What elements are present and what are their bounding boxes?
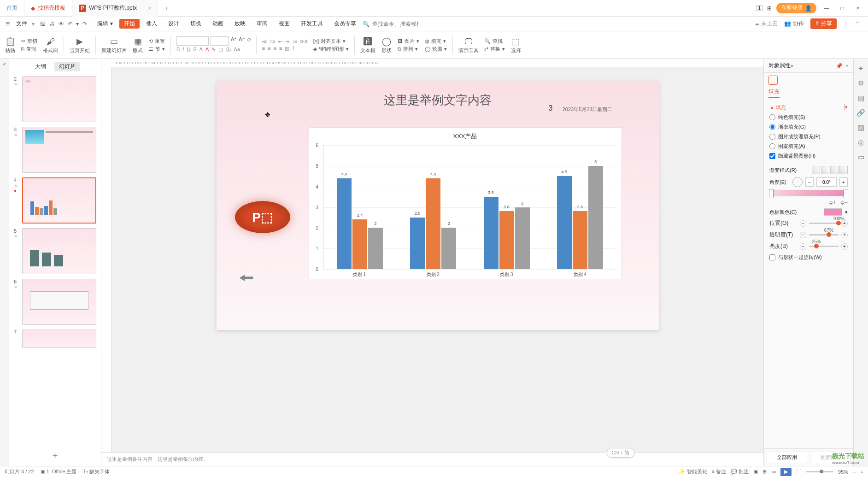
replace-button[interactable]: ⇄替换 ▾ [484,46,505,53]
slide-thumb-6[interactable]: 6★ [14,279,96,325]
rail-location-icon[interactable]: ◎ [858,138,864,147]
fill-tab[interactable]: 填充 [768,88,780,98]
fill-button[interactable]: ◍填充 ▾ [425,38,447,45]
solid-fill-radio[interactable] [769,114,775,120]
section-button[interactable]: ☰节 ▾ [149,46,165,53]
ime-badge[interactable]: CH ♪ 简 [607,448,635,458]
slide-canvas[interactable]: 这里是举例文字内容 3 2023年5月23日星期二 ✥ P⬚ XXX产品 012… [217,81,659,330]
hide-bg-checkbox[interactable] [769,153,775,159]
rotate-with-shape-checkbox[interactable] [769,254,775,260]
line-spacing-icon[interactable]: ↕≡ [292,39,298,45]
apps-icon[interactable]: ⊞ [767,5,772,12]
gradient-editor[interactable] [769,190,848,196]
align-left-icon[interactable]: ≡ [262,46,265,52]
qat-undo-drop[interactable]: ▾ [76,21,79,27]
italic-icon[interactable]: I [182,47,184,53]
change-case-icon[interactable]: Aa [234,47,240,53]
font-size-input[interactable] [211,36,229,46]
status-notes-button[interactable]: ≡ 备注 [712,468,726,475]
grad-style-1[interactable] [812,166,820,174]
pin-icon[interactable]: 📌 [836,63,843,69]
tab-options-icon[interactable]: ◦ [140,5,141,12]
layout-1-icon[interactable]: 1 [756,5,762,11]
tools-button[interactable]: 🖵 演示工具 [458,36,479,54]
textbox-button[interactable]: 🅰 文本框 [360,36,375,54]
cut-button[interactable]: ✂剪切 [21,38,37,45]
tab-close-icon[interactable]: × [148,5,151,12]
add-slide-button[interactable]: + [9,446,101,466]
menu-review[interactable]: 审阅 [252,20,272,28]
menu-member[interactable]: 会员专享 [329,20,361,28]
align-center-icon[interactable]: ≡ [268,46,270,52]
collab-button[interactable]: 👥 协作 [784,20,803,28]
zoom-slider[interactable] [806,471,833,472]
grad-style-3[interactable] [830,166,839,174]
tab-home[interactable]: 首页 [0,0,24,17]
align-right-icon[interactable]: ≡ [274,46,276,52]
smartart-button[interactable]: ◈转智能图形 ▾ [313,46,349,53]
text-effects-icon[interactable]: Ⓐ [226,47,231,53]
tab-document[interactable]: P WPS PPT教程.pptx ◦ × [72,0,158,17]
format-painter-button[interactable]: 🖌 格式刷 [43,36,58,54]
layout-button[interactable]: ▦ 版式 [132,36,143,54]
zoom-dec-icon[interactable]: − [853,469,856,475]
add-stop-icon[interactable]: ⬙+ [829,199,836,206]
slide-list[interactable]: 2★ 目录 3★ 4★● 5★ 6★ 7 [9,74,101,446]
angle-dec[interactable]: − [805,177,814,187]
minimize-button[interactable]: — [821,5,832,12]
reset-button[interactable]: ⟲重置 [149,38,165,45]
login-button[interactable]: 立即登录 👤 [776,3,816,13]
menu-slideshow[interactable]: 放映 [230,20,250,28]
select-button[interactable]: ⬚ 选择 [510,36,522,54]
gradient-stop-2[interactable] [844,189,848,198]
angle-inc[interactable]: + [839,177,848,187]
status-theme[interactable]: ▣ 1_Office 主题 [41,468,77,475]
rail-link-icon[interactable]: 🔗 [856,109,865,117]
status-comments-button[interactable]: 💬 批注 [731,468,749,475]
font-color-icon[interactable]: A [205,47,209,53]
slide-thumb-2[interactable]: 2★ 目录 [14,76,96,122]
from-current-button[interactable]: ▶ 当页开始 [70,36,90,54]
indent-inc-icon[interactable]: ⇥ [285,39,289,45]
close-panel-icon[interactable]: × [845,63,849,69]
columns-icon[interactable]: ▥ [285,46,289,52]
angle-dial[interactable] [792,177,803,187]
shapes-button[interactable]: ◯ 形状 [381,36,392,54]
menu-transition[interactable]: 切换 [186,20,206,28]
brightness-thumb[interactable] [814,244,819,248]
new-slide-button[interactable]: ▭ 新建幻灯片 [101,36,127,54]
underline-icon[interactable]: U [187,47,190,53]
find-button[interactable]: 🔍查找 [484,38,505,45]
menu-design[interactable]: 设计 [164,20,184,28]
menu-expand-icon[interactable]: ⌃ [855,21,860,27]
grad-style-2[interactable] [821,166,829,174]
increase-font-icon[interactable]: A⁺ [231,36,237,46]
fill-preview-swatch[interactable] [844,104,845,110]
rail-book-icon[interactable]: ▭ [858,153,864,161]
share-button[interactable]: ⇪ 分享 [810,18,837,29]
tab-add-button[interactable]: + [158,5,175,12]
position-thumb[interactable] [836,221,841,225]
rail-sparkle-icon[interactable]: ✦ [858,65,864,73]
outline-button[interactable]: ◯轮廓 ▾ [425,46,447,53]
apply-all-button[interactable]: 全部应用 [767,452,807,463]
remove-stop-icon[interactable]: ⬙− [840,199,848,206]
copy-button[interactable]: ⎘复制 [21,46,37,53]
stop-color-swatch[interactable] [824,208,842,216]
qat-preview-icon[interactable]: 👁 [59,21,64,27]
tab-template[interactable]: ◆ 找稻壳模板 [24,0,72,17]
decrease-font-icon[interactable]: A⁻ [239,36,245,46]
view-normal-icon[interactable]: ▣ [753,469,758,475]
vert-top-icon[interactable]: ⤴ [292,46,295,52]
strike-icon[interactable]: S [193,47,196,53]
char-border-icon[interactable]: ▢ [218,47,223,53]
brightness-dec[interactable]: − [800,243,806,250]
slide-thumb-5[interactable]: 5★ [14,228,96,274]
brightness-slider[interactable]: 25% [809,246,839,247]
menu-animation[interactable]: 动画 [208,20,228,28]
collapse-left-icon[interactable]: « [0,59,9,466]
transparency-inc[interactable]: + [841,232,848,238]
menu-insert[interactable]: 插入 [141,20,162,28]
qat-save-icon[interactable]: 🖫 [40,21,46,27]
zoom-value[interactable]: 95% [838,469,848,475]
